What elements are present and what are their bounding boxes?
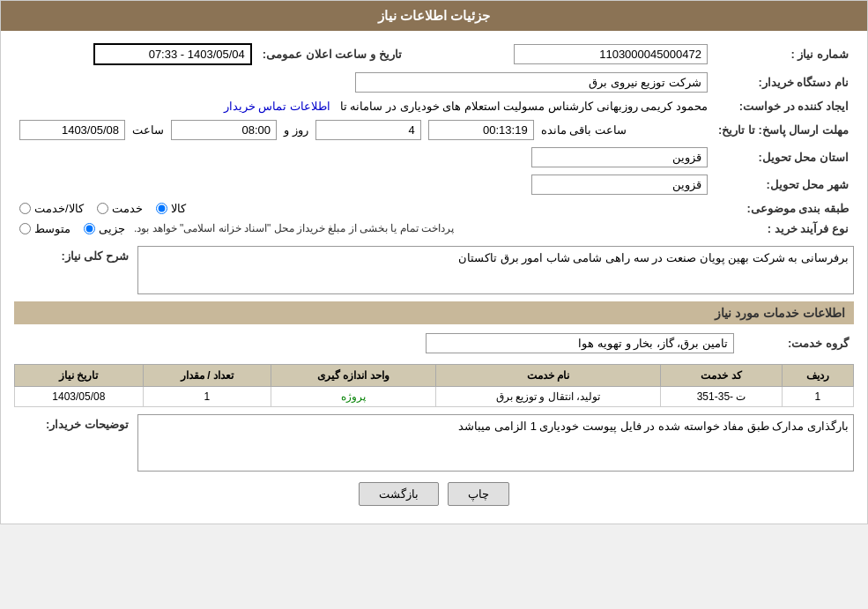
row-creator: ایجاد کننده در خواست: محمود کریمی روزبها… bbox=[14, 96, 854, 116]
back-button[interactable]: بازگشت bbox=[359, 482, 439, 506]
col-name: نام خدمت bbox=[435, 365, 661, 387]
remaining-label: ساعت باقی مانده bbox=[541, 123, 627, 137]
service-group-label: گروه خدمت: bbox=[739, 330, 854, 357]
col-code: کد خدمت bbox=[661, 365, 782, 387]
send-time-label: ساعت bbox=[132, 123, 164, 137]
category-radio-group: کالا/خدمت خدمت کالا bbox=[19, 202, 708, 215]
creator-link[interactable]: اطلاعات تماس خریدار bbox=[224, 100, 330, 113]
services-section-header: اطلاعات خدمات مورد نیاز bbox=[14, 301, 854, 324]
purchase-type-radio-group: متوسط جزیی bbox=[19, 222, 125, 235]
city-label: شهر محل تحویل: bbox=[713, 171, 854, 198]
category-option-khedmat[interactable]: خدمت bbox=[97, 202, 143, 215]
send-day-label: روز و bbox=[284, 123, 308, 137]
cell-unit-0: پروژه bbox=[271, 387, 435, 407]
content-area: شماره نیاز : 1103000045000472 تاریخ و سا… bbox=[1, 31, 867, 524]
print-button[interactable]: چاپ bbox=[448, 482, 509, 506]
buyer-station-value: شرکت توزیع نیروی برق bbox=[355, 72, 708, 93]
need-number-label: شماره نیاز : bbox=[713, 40, 854, 69]
page-header: جزئیات اطلاعات نیاز bbox=[1, 1, 867, 31]
row-send-date: مهلت ارسال پاسخ: تا تاریخ: 1403/05/08 سا… bbox=[14, 116, 854, 144]
cell-row-0: 1 bbox=[782, 387, 853, 407]
row-purchase-type: نوع فرآیند خرید : متوسط جزیی bbox=[14, 219, 854, 239]
send-time-value: 08:00 bbox=[171, 120, 277, 140]
city-value: قزوین bbox=[531, 175, 708, 195]
service-group-table: گروه خدمت: تامین برق، گاز، بخار و تهویه … bbox=[14, 330, 854, 357]
need-number-value: 1103000045000472 bbox=[514, 44, 708, 64]
announce-label: تاریخ و ساعت اعلان عمومی: bbox=[257, 40, 419, 69]
cell-code-0: ت -35-351 bbox=[661, 387, 782, 407]
cell-date-0: 1403/05/08 bbox=[15, 387, 144, 407]
creator-label: ایجاد کننده در خواست: bbox=[713, 96, 854, 116]
table-header: ردیف کد خدمت نام خدمت واحد اندازه گیری ت… bbox=[15, 365, 854, 387]
purchase-type-note: پرداخت تمام یا بخشی از مبلغ خریداز محل "… bbox=[134, 222, 454, 234]
description-section: شرح کلی نیاز: برفرسانی به شرکت بهین پویا… bbox=[14, 246, 854, 294]
service-group-value: تامین برق، گاز، بخار و تهویه هوا bbox=[426, 333, 734, 353]
buyer-notes-value: بارگذاری مدارک طبق مفاد خواسته شده در فا… bbox=[137, 414, 854, 472]
row-province: استان محل تحویل: قزوین bbox=[14, 144, 854, 171]
row-service-group: گروه خدمت: تامین برق، گاز، بخار و تهویه … bbox=[14, 330, 854, 357]
send-date-label: مهلت ارسال پاسخ: تا تاریخ: bbox=[713, 116, 854, 144]
remaining-value: 00:13:19 bbox=[428, 120, 534, 140]
table-row: 1 ت -35-351 تولید، انتقال و توزیع برق پر… bbox=[15, 387, 854, 407]
row-buyer-station: نام دستگاه خریدار: شرکت توزیع نیروی برق bbox=[14, 69, 854, 96]
row-city: شهر محل تحویل: قزوین bbox=[14, 171, 854, 198]
table-header-row: ردیف کد خدمت نام خدمت واحد اندازه گیری ت… bbox=[15, 365, 854, 387]
description-value: برفرسانی به شرکت بهین پویان صنعت در سه ر… bbox=[137, 246, 854, 294]
category-label: طبقه بندی موضوعی: bbox=[713, 198, 854, 219]
page-container: جزئیات اطلاعات نیاز شماره نیاز : 1103000… bbox=[0, 0, 868, 524]
send-date-value: 1403/05/08 bbox=[19, 120, 125, 140]
buyer-notes-label: توضیحات خریدار: bbox=[14, 414, 129, 431]
buyer-station-label: نام دستگاه خریدار: bbox=[713, 69, 854, 96]
page-title: جزئیات اطلاعات نیاز bbox=[378, 8, 490, 23]
row-need-number: شماره نیاز : 1103000045000472 تاریخ و سا… bbox=[14, 40, 854, 69]
table-body: 1 ت -35-351 تولید، انتقال و توزیع برق پر… bbox=[15, 387, 854, 407]
main-info-table: شماره نیاز : 1103000045000472 تاریخ و سا… bbox=[14, 40, 854, 239]
announce-value: 1403/05/04 - 07:33 bbox=[93, 43, 252, 65]
col-unit: واحد اندازه گیری bbox=[271, 365, 435, 387]
row-category: طبقه بندی موضوعی: کالا/خدمت خدمت کالا bbox=[14, 198, 854, 219]
services-table: ردیف کد خدمت نام خدمت واحد اندازه گیری ت… bbox=[14, 364, 854, 407]
cell-qty-0: 1 bbox=[143, 387, 271, 407]
purchase-type-mutavasset[interactable]: متوسط bbox=[19, 222, 70, 235]
province-label: استان محل تحویل: bbox=[713, 144, 854, 171]
creator-value: محمود کریمی روزبهانی کارشناس مسولیت استع… bbox=[340, 100, 708, 113]
purchase-type-label: نوع فرآیند خرید : bbox=[713, 219, 854, 239]
province-value: قزوین bbox=[531, 147, 708, 167]
col-date: تاریخ نیاز bbox=[15, 365, 144, 387]
send-date-row: 1403/05/08 ساعت 08:00 روز و 4 00:13:19 س… bbox=[19, 120, 708, 140]
purchase-type-jozii[interactable]: جزیی bbox=[84, 222, 125, 235]
col-qty: تعداد / مقدار bbox=[143, 365, 271, 387]
col-row: ردیف bbox=[782, 365, 853, 387]
category-option-kala[interactable]: کالا bbox=[156, 202, 186, 215]
cell-name-0: تولید، انتقال و توزیع برق bbox=[435, 387, 661, 407]
buyer-notes-section: توضیحات خریدار: بارگذاری مدارک طبق مفاد … bbox=[14, 414, 854, 472]
category-option-kala-khedmat[interactable]: کالا/خدمت bbox=[19, 202, 84, 215]
send-day-value: 4 bbox=[315, 120, 421, 140]
description-label: شرح کلی نیاز: bbox=[14, 246, 129, 263]
button-row: چاپ بازگشت bbox=[14, 482, 854, 506]
